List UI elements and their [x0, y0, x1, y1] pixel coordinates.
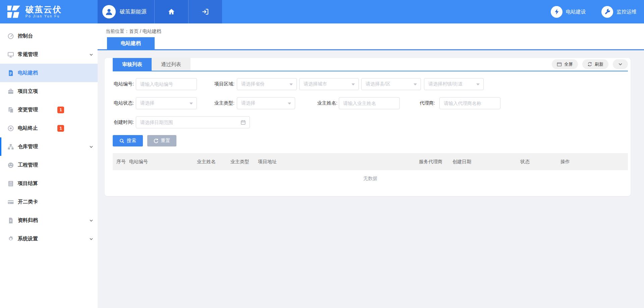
reset-label: 重置 [161, 138, 170, 144]
sidebar-item-general-mgmt[interactable]: 常规管理 [0, 45, 98, 64]
sidebar-item-console[interactable]: 控制台 [0, 27, 98, 45]
sidebar-item-label: 资料归档 [18, 217, 38, 224]
region-label: 项目区域: [213, 81, 234, 87]
county-select[interactable]: 请选择县/区 [361, 78, 421, 90]
chevron-down-icon [618, 62, 623, 66]
sidebar-item-label: 系统设置 [18, 236, 38, 242]
date-range-input[interactable] [136, 116, 250, 128]
owner-name-label: 业主姓名: [314, 100, 337, 106]
table-header-cell: 业主类型 [230, 159, 258, 165]
content: 审核列表 通过列表 全屏 刷新 [98, 50, 644, 196]
sidebar-item-station-termination[interactable]: 电站终止 1 [0, 119, 98, 137]
lightning-icon [551, 6, 562, 18]
refresh-icon [587, 62, 592, 67]
sidebar-item-label: 工程管理 [18, 162, 38, 168]
collapse-button[interactable] [613, 59, 628, 69]
sidebar-item-project-initiation[interactable]: 项目立项 [0, 82, 98, 101]
station-status-select[interactable]: 请选择 [136, 97, 197, 109]
caret-down-icon [190, 103, 193, 105]
province-select[interactable]: 请选择省份 [237, 78, 297, 90]
breadcrumb-home-link[interactable]: 首页 [129, 28, 139, 34]
wrench-icon [601, 6, 613, 18]
sidebar: 控制台 常规管理 电站建档 项目立项 变更管理 1 电站终止 1 [0, 23, 98, 308]
tab-review-list[interactable]: 审核列表 [113, 58, 152, 71]
caret-down-icon [414, 83, 417, 85]
sidebar-item-project-settlement[interactable]: 项目结算 [0, 174, 98, 193]
nav-station-build[interactable]: 电站建设 [551, 0, 586, 23]
sidebar-item-label: 项目立项 [18, 88, 38, 95]
sidebar-item-change-mgmt[interactable]: 变更管理 1 [0, 101, 98, 119]
nav-monitor-ops[interactable]: 监控运维 [601, 0, 637, 23]
owner-type-select[interactable]: 请选择 [237, 97, 295, 109]
breadcrumb-strip: 当前位置：首页 / 电站建档 电站建档 [98, 23, 644, 50]
nav-station-build-label: 电站建设 [566, 9, 586, 15]
caret-down-icon [289, 83, 293, 85]
table-header-cell: 创建日期 [452, 159, 520, 165]
tab-passed-list[interactable]: 通过列表 [152, 58, 191, 71]
user-menu[interactable]: 破茧新能源 [98, 0, 155, 23]
chevron-down-icon [89, 145, 93, 149]
table-header-cell: 业主姓名 [197, 159, 230, 165]
sidebar-item-label: 电站终止 [18, 125, 38, 131]
status-placeholder: 请选择 [140, 100, 154, 106]
sidebar-item-engineering-mgmt[interactable]: 工程管理 [0, 156, 98, 174]
station-status-label: 电站状态: [113, 100, 134, 106]
sidebar-item-warehouse-mgmt[interactable]: 仓库管理 [0, 137, 98, 156]
home-button[interactable] [155, 0, 189, 23]
table-header-cell: 序号 [113, 159, 129, 165]
header-spacer [222, 0, 551, 23]
owner-type-placeholder: 请选择 [241, 100, 255, 106]
search-label: 搜索 [127, 138, 136, 144]
empty-state-text: 无数据 [113, 170, 628, 187]
caret-down-icon [352, 83, 355, 85]
city-select[interactable]: 请选择城市 [299, 78, 359, 90]
chevron-down-icon [89, 53, 93, 57]
table-header-cell: 项目地址 [258, 159, 419, 165]
sidebar-item-label: 仓库管理 [18, 143, 38, 150]
sidebar-item-system-settings[interactable]: 系统设置 [0, 230, 98, 248]
sidebar-item-label: 控制台 [18, 33, 33, 39]
table-header-cell: 服务代理商 [419, 159, 452, 165]
search-button[interactable]: 搜索 [113, 135, 143, 146]
logo-subtitle: Po Jian Yun Fu [25, 15, 62, 18]
fullscreen-button[interactable]: 全屏 [552, 59, 578, 69]
sidebar-item-data-archive[interactable]: 资料归档 [0, 211, 98, 230]
create-time-label: 创建时间: [113, 119, 134, 125]
refresh-button[interactable]: 刷新 [582, 59, 608, 69]
sidebar-item-class2-card[interactable]: 开二类卡 [0, 193, 98, 211]
town-placeholder: 请选择村镇/街道 [428, 81, 463, 87]
sidebar-item-label: 电站建档 [18, 70, 38, 76]
monitor-icon [7, 51, 14, 58]
copy-icon [7, 107, 14, 113]
calculator-icon [7, 180, 14, 187]
gauge-icon [7, 162, 14, 169]
briefcase-icon [7, 88, 14, 95]
sidebar-item-station-archive[interactable]: 电站建档 [0, 64, 98, 82]
chevron-down-icon [89, 237, 93, 241]
reset-button[interactable]: 重置 [147, 135, 176, 146]
refresh-label: 刷新 [595, 61, 603, 67]
credit-card-icon [7, 199, 14, 205]
owner-type-label: 业主类型: [213, 100, 234, 106]
app-logo[interactable]: 破茧云伏 Po Jian Yun Fu [0, 0, 98, 23]
county-placeholder: 请选择县/区 [366, 81, 390, 87]
form-actions: 搜索 重置 [113, 135, 628, 146]
main-area: 当前位置：首页 / 电站建档 电站建档 审核列表 通过列表 全屏 刷新 [98, 23, 644, 308]
city-placeholder: 请选择城市 [304, 81, 327, 87]
breadcrumb: 当前位置：首页 / 电站建档 [98, 23, 644, 35]
table-header-cell: 电站编号 [129, 159, 197, 165]
archive-icon [7, 217, 14, 224]
top-header: 破茧云伏 Po Jian Yun Fu 破茧新能源 [0, 0, 644, 23]
town-select[interactable]: 请选择村镇/街道 [424, 78, 484, 90]
dashboard-icon [7, 33, 14, 40]
page-tab-station-archive[interactable]: 电站建档 [107, 37, 155, 49]
document-icon [7, 70, 14, 76]
panel-tabs-bar: 审核列表 通过列表 全屏 刷新 [113, 58, 628, 71]
logout-button[interactable] [189, 0, 222, 23]
owner-name-input[interactable] [339, 97, 400, 109]
panel-card: 审核列表 通过列表 全屏 刷新 [105, 58, 631, 196]
table-header-row: 序号 电站编号 业主姓名 业主类型 项目地址 服务代理商 创建日期 状态 操作 [113, 153, 628, 170]
station-no-input[interactable] [136, 78, 197, 90]
agent-input[interactable] [439, 97, 500, 109]
fullscreen-label: 全屏 [564, 61, 573, 67]
